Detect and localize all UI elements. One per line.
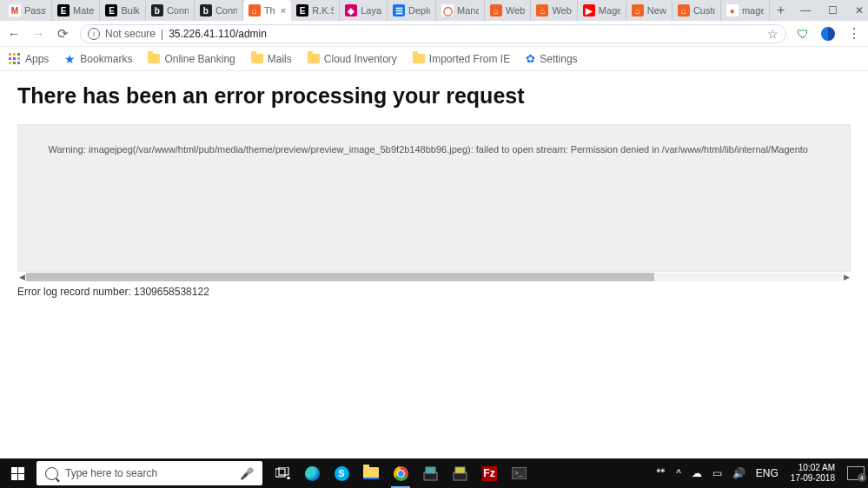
bookmark-folder-item[interactable]: Mails (251, 53, 292, 65)
volume-icon[interactable]: 🔊 (732, 467, 745, 479)
windows-logo-icon (11, 467, 24, 480)
bookmark-star-icon[interactable]: ☆ (767, 27, 779, 41)
svg-rect-2 (287, 477, 289, 479)
error-warning-text: Warning: imagejpeg(/var/www/html/pub/med… (48, 144, 808, 155)
file-explorer-icon[interactable] (358, 458, 384, 488)
apps-button[interactable]: Apps (9, 53, 49, 65)
error-log-number: Error log record number: 1309658538122 (17, 286, 851, 298)
tab-favicon: b (200, 4, 212, 16)
system-tray: ᕯ ^ ☁ ▭ 🔊 ENG 10:02 AM 17-09-2018 (653, 458, 868, 488)
chrome-icon[interactable] (388, 458, 414, 488)
security-status: Not secure (105, 28, 156, 40)
browser-tab[interactable]: ⌂Web (531, 0, 577, 21)
horizontal-scrollbar[interactable]: ◀ ▶ (17, 272, 851, 282)
page-content: There has been an error processing your … (0, 71, 868, 458)
browser-tab[interactable]: ⌂Custo (673, 0, 721, 21)
tab-label: Laya (361, 5, 381, 16)
taskbar-search[interactable]: Type here to search 🎤 (36, 461, 262, 485)
windows-taskbar: Type here to search 🎤 S Fz >_ ᕯ ^ ☁ ▭ 🔊 … (0, 458, 868, 488)
svg-text:>_: >_ (514, 469, 523, 477)
taskbar-pinned-apps: S Fz >_ (269, 458, 532, 488)
profile-avatar-icon[interactable] (821, 27, 835, 41)
settings-bookmark[interactable]: ✿ Settings (526, 52, 577, 65)
tab-favicon: ☰ (393, 4, 405, 16)
browser-tab[interactable]: ▶Mage (578, 0, 626, 21)
star-icon: ★ (64, 52, 76, 66)
apps-grid-icon (9, 53, 21, 65)
shield-icon[interactable]: 🛡 (797, 27, 809, 41)
settings-label: Settings (540, 53, 577, 65)
browser-tab[interactable]: ◯Mana (436, 0, 485, 21)
browser-tab[interactable]: bConn (195, 0, 243, 21)
tab-label: Mage (599, 5, 620, 16)
browser-tab[interactable]: ⌂Web (485, 0, 531, 21)
window-controls: — ☐ ✕ (792, 4, 868, 16)
back-button[interactable]: ← (7, 26, 21, 41)
tab-favicon: ⌂ (632, 4, 644, 16)
tab-label: Bulk (121, 5, 139, 16)
browser-tab[interactable]: MPassw (3, 0, 52, 21)
browser-tab-strip: MPasswEMateEBulkbConnbConn⌂Th×ER.K.S◆Lay… (0, 0, 868, 21)
tab-close-icon[interactable]: × (281, 5, 286, 16)
bookmark-label: Mails (268, 53, 292, 65)
action-center-icon[interactable] (847, 466, 865, 480)
gear-icon: ✿ (526, 52, 535, 65)
bookmark-folder-item[interactable]: Imported From IE (413, 53, 510, 65)
site-info-icon[interactable]: i (88, 28, 100, 40)
tray-person-icon[interactable]: ᕯ (656, 466, 666, 480)
browser-tab[interactable]: ◆Laya (340, 0, 388, 21)
bookmark-label: Cloud Inventory (324, 53, 397, 65)
browser-tab[interactable]: ER.K.S (291, 0, 340, 21)
scrollbar-track[interactable] (26, 273, 842, 281)
putty-icon-1[interactable] (417, 458, 443, 488)
browser-tab[interactable]: EBulk (100, 0, 145, 21)
tab-label: New (647, 5, 666, 16)
browser-tab[interactable]: ⌂Th× (243, 0, 291, 21)
language-indicator[interactable]: ENG (756, 467, 779, 479)
tab-favicon: E (57, 4, 70, 16)
apps-label: Apps (25, 53, 49, 65)
scrollbar-thumb[interactable] (26, 273, 654, 281)
error-trace-box: Warning: imagejpeg(/var/www/html/pub/med… (17, 124, 851, 272)
taskbar-clock[interactable]: 10:02 AM 17-09-2018 (789, 463, 837, 484)
browser-tab[interactable]: ☰Deplo (388, 0, 436, 21)
edge-browser-icon[interactable] (299, 458, 325, 488)
browser-tab[interactable]: ⌂New (626, 0, 673, 21)
close-window-icon[interactable]: ✕ (855, 4, 864, 16)
bookmarks-bar: Apps ★ Bookmarks Online BankingMailsClou… (0, 47, 868, 71)
new-tab-button[interactable]: + (770, 3, 792, 18)
reload-button[interactable]: ⟳ (56, 26, 70, 42)
bookmark-folder-item[interactable]: Online Banking (148, 53, 235, 65)
scroll-left-icon[interactable]: ◀ (17, 273, 26, 281)
bookmark-folder-item[interactable]: Cloud Inventory (308, 53, 397, 65)
tray-expand-icon[interactable]: ^ (676, 467, 681, 479)
svg-rect-1 (279, 467, 288, 475)
scroll-right-icon[interactable]: ▶ (842, 273, 851, 281)
browser-tab[interactable]: EMate (52, 0, 100, 21)
terminal-icon[interactable]: >_ (506, 458, 532, 488)
error-heading: There has been an error processing your … (17, 83, 851, 109)
microphone-icon[interactable]: 🎤 (240, 467, 254, 480)
tab-favicon: ⌂ (678, 4, 690, 16)
tab-favicon: b (151, 4, 163, 16)
browser-menu-icon[interactable]: ⋮ (847, 25, 861, 42)
network-icon[interactable]: ▭ (712, 467, 722, 479)
minimize-icon[interactable]: — (800, 4, 811, 16)
browser-tab[interactable]: ●mage (721, 0, 770, 21)
task-view-icon[interactable] (269, 458, 295, 488)
maximize-icon[interactable]: ☐ (828, 4, 838, 16)
forward-button[interactable]: → (31, 26, 45, 41)
tab-label: Deplo (408, 5, 430, 16)
onedrive-icon[interactable]: ☁ (692, 467, 702, 479)
address-bar[interactable]: i Not secure | 35.226.41.110/admin ☆ (80, 24, 786, 43)
putty-icon-2[interactable] (447, 458, 473, 488)
search-icon (45, 467, 58, 480)
start-button[interactable] (0, 458, 35, 488)
bookmarks-folder[interactable]: ★ Bookmarks (64, 52, 132, 66)
browser-tab[interactable]: bConn (146, 0, 195, 21)
tab-favicon: ⌂ (248, 4, 261, 16)
skype-icon[interactable]: S (328, 458, 354, 488)
filezilla-icon[interactable]: Fz (476, 458, 502, 488)
clock-date: 17-09-2018 (791, 473, 835, 484)
bookmark-label: Imported From IE (429, 53, 510, 65)
